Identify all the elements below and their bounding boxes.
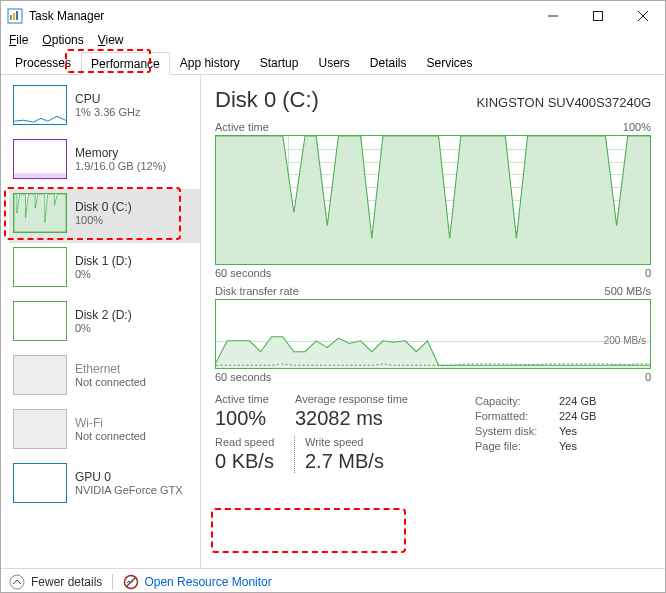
- sidebar-item-disk2[interactable]: Disk 2 (D:)0%: [9, 297, 200, 351]
- tab-apphistory[interactable]: App history: [170, 51, 250, 74]
- svg-marker-9: [14, 194, 66, 232]
- transfer-rate-chart: 200 MB/s: [215, 299, 651, 369]
- svg-rect-5: [593, 12, 602, 21]
- active-time-chart: [215, 135, 651, 265]
- orm-label: Open Resource Monitor: [144, 575, 271, 589]
- side-memory-sub: 1.9/16.0 GB (12%): [75, 160, 166, 172]
- tab-startup[interactable]: Startup: [250, 51, 309, 74]
- sidebar-item-disk0[interactable]: Disk 0 (C:)100%: [9, 189, 200, 243]
- sidebar-item-ethernet[interactable]: EthernetNot connected: [9, 351, 200, 405]
- active-time-max: 100%: [623, 121, 651, 133]
- fewer-details-button[interactable]: Fewer details: [9, 574, 102, 590]
- footer: Fewer details Open Resource Monitor: [1, 568, 665, 593]
- fmt-v: 224 GB: [559, 410, 596, 422]
- side-memory-title: Memory: [75, 146, 166, 160]
- svg-rect-1: [10, 15, 12, 20]
- stat-read-lbl: Read speed: [215, 436, 288, 448]
- pg-v: Yes: [559, 440, 577, 452]
- detail-model: KINGSTON SUV400S37240G: [476, 95, 651, 110]
- fewer-details-label: Fewer details: [31, 575, 102, 589]
- stat-resp-val: 32082 ms: [295, 407, 455, 430]
- stat-resp-lbl: Average response time: [295, 393, 455, 405]
- app-icon: [7, 8, 23, 24]
- fmt-k: Formatted:: [475, 410, 547, 422]
- transfer-label: Disk transfer rate: [215, 285, 299, 297]
- sys-k: System disk:: [475, 425, 547, 437]
- close-button[interactable]: [620, 1, 665, 31]
- cap-k: Capacity:: [475, 395, 547, 407]
- footer-divider: [112, 574, 113, 590]
- svg-marker-10: [216, 136, 650, 264]
- minimize-button[interactable]: [530, 1, 575, 31]
- side-disk1-title: Disk 1 (D:): [75, 254, 132, 268]
- menu-options[interactable]: Options: [38, 31, 91, 51]
- side-eth-title: Ethernet: [75, 362, 146, 376]
- detail-title: Disk 0 (C:): [215, 87, 319, 113]
- stat-write-val: 2.7 MB/s: [305, 450, 405, 473]
- x-left-2: 60 seconds: [215, 371, 271, 383]
- side-disk0-title: Disk 0 (C:): [75, 200, 132, 214]
- sidebar-item-cpu[interactable]: CPU1% 3.36 GHz: [9, 81, 200, 135]
- x-left-1: 60 seconds: [215, 267, 271, 279]
- stat-read-val: 0 KB/s: [215, 450, 288, 473]
- sidebar-item-gpu0[interactable]: GPU 0NVIDIA GeForce GTX: [9, 459, 200, 513]
- tab-services[interactable]: Services: [417, 51, 483, 74]
- highlight-read-write-speed: [211, 508, 406, 553]
- menu-view[interactable]: View: [94, 31, 132, 51]
- tab-users[interactable]: Users: [308, 51, 359, 74]
- pg-k: Page file:: [475, 440, 547, 452]
- svg-rect-2: [13, 13, 15, 20]
- sidebar-item-disk1[interactable]: Disk 1 (D:)0%: [9, 243, 200, 297]
- chevron-up-icon: [9, 574, 25, 590]
- side-gpu-title: GPU 0: [75, 470, 183, 484]
- side-disk2-title: Disk 2 (D:): [75, 308, 132, 322]
- detail-pane: Disk 0 (C:) KINGSTON SUV400S37240G Activ…: [201, 75, 665, 568]
- side-cpu-sub: 1% 3.36 GHz: [75, 106, 140, 118]
- sidebar-item-memory[interactable]: Memory1.9/16.0 GB (12%): [9, 135, 200, 189]
- resource-monitor-icon: [123, 574, 139, 590]
- sidebar-item-wifi[interactable]: Wi-FiNot connected: [9, 405, 200, 459]
- stat-active-val: 100%: [215, 407, 295, 430]
- stat-active-lbl: Active time: [215, 393, 295, 405]
- cap-v: 224 GB: [559, 395, 596, 407]
- open-resource-monitor-link[interactable]: Open Resource Monitor: [123, 574, 271, 590]
- x-right-2: 0: [645, 371, 651, 383]
- menu-file[interactable]: File: [5, 31, 36, 51]
- window-titlebar: Task Manager: [1, 1, 665, 31]
- x-right-1: 0: [645, 267, 651, 279]
- side-wifi-sub: Not connected: [75, 430, 146, 442]
- svg-rect-8: [14, 173, 65, 178]
- sys-v: Yes: [559, 425, 577, 437]
- side-wifi-title: Wi-Fi: [75, 416, 146, 430]
- transfer-max: 500 MB/s: [605, 285, 651, 297]
- maximize-button[interactable]: [575, 1, 620, 31]
- side-disk2-sub: 0%: [75, 322, 132, 334]
- sidebar: CPU1% 3.36 GHz Memory1.9/16.0 GB (12%) D…: [1, 75, 201, 568]
- stat-write-lbl: Write speed: [305, 436, 405, 448]
- side-eth-sub: Not connected: [75, 376, 146, 388]
- active-time-label: Active time: [215, 121, 269, 133]
- tab-processes[interactable]: Processes: [5, 51, 81, 74]
- side-gpu-sub: NVIDIA GeForce GTX: [75, 484, 183, 496]
- window-title: Task Manager: [29, 9, 530, 23]
- tab-performance[interactable]: Performance: [81, 52, 170, 75]
- tab-strip: Processes Performance App history Startu…: [1, 51, 665, 75]
- svg-rect-3: [16, 11, 18, 20]
- svg-point-12: [10, 575, 24, 589]
- menu-bar: File Options View: [1, 31, 665, 51]
- side-cpu-title: CPU: [75, 92, 140, 106]
- tab-details[interactable]: Details: [360, 51, 417, 74]
- side-disk0-sub: 100%: [75, 214, 132, 226]
- side-disk1-sub: 0%: [75, 268, 132, 280]
